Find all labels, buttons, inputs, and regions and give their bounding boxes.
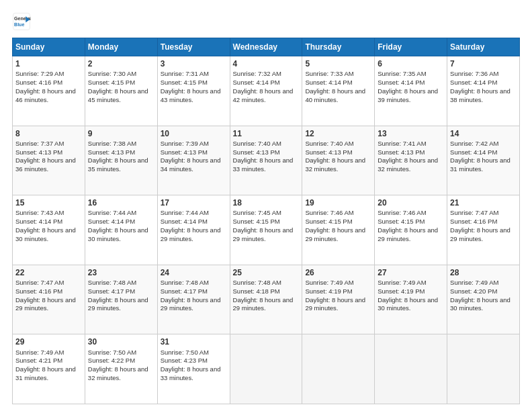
daylight-text: Daylight: 8 hours and 33 minutes. bbox=[161, 365, 221, 381]
sunset-text: Sunset: 4:13 PM bbox=[233, 148, 280, 156]
daylight-text: Daylight: 8 hours and 29 minutes. bbox=[233, 226, 294, 242]
sunrise-text: Sunrise: 7:50 AM bbox=[161, 349, 209, 356]
sunset-text: Sunset: 4:16 PM bbox=[15, 79, 62, 86]
day-header-thursday: Thursday bbox=[302, 38, 375, 56]
sunset-text: Sunset: 4:17 PM bbox=[161, 287, 208, 295]
svg-rect-0 bbox=[13, 13, 30, 30]
sunrise-text: Sunrise: 7:49 AM bbox=[305, 279, 353, 286]
sunrise-text: Sunrise: 7:35 AM bbox=[378, 70, 426, 77]
calendar-cell: 11Sunrise: 7:40 AMSunset: 4:13 PMDayligh… bbox=[230, 126, 302, 195]
calendar-cell: 28Sunrise: 7:49 AMSunset: 4:20 PMDayligh… bbox=[447, 265, 520, 334]
calendar-cell: 22Sunrise: 7:47 AMSunset: 4:16 PMDayligh… bbox=[13, 265, 85, 334]
calendar-cell bbox=[375, 334, 447, 404]
sunrise-text: Sunrise: 7:44 AM bbox=[88, 209, 136, 216]
calendar-cell: 19Sunrise: 7:46 AMSunset: 4:15 PMDayligh… bbox=[302, 195, 375, 265]
sunset-text: Sunset: 4:18 PM bbox=[233, 287, 280, 295]
daylight-text: Daylight: 8 hours and 29 minutes. bbox=[161, 296, 221, 312]
daylight-text: Daylight: 8 hours and 35 minutes. bbox=[88, 156, 148, 173]
week-row-4: 22Sunrise: 7:47 AMSunset: 4:16 PMDayligh… bbox=[13, 265, 520, 334]
day-number: 2 bbox=[88, 58, 154, 69]
sunset-text: Sunset: 4:19 PM bbox=[305, 287, 352, 295]
sunrise-text: Sunrise: 7:49 AM bbox=[15, 349, 64, 356]
day-number: 20 bbox=[378, 197, 444, 208]
sunrise-text: Sunrise: 7:47 AM bbox=[450, 209, 498, 216]
day-number: 12 bbox=[305, 128, 371, 139]
daylight-text: Daylight: 8 hours and 30 minutes. bbox=[88, 226, 148, 242]
calendar-cell: 21Sunrise: 7:47 AMSunset: 4:16 PMDayligh… bbox=[447, 195, 520, 265]
calendar-cell: 24Sunrise: 7:48 AMSunset: 4:17 PMDayligh… bbox=[157, 265, 230, 334]
day-header-wednesday: Wednesday bbox=[230, 38, 302, 56]
day-number: 6 bbox=[378, 58, 444, 69]
sunrise-text: Sunrise: 7:31 AM bbox=[161, 70, 209, 77]
day-number: 30 bbox=[88, 336, 154, 347]
daylight-text: Daylight: 8 hours and 31 minutes. bbox=[450, 156, 511, 173]
calendar-cell: 7Sunrise: 7:36 AMSunset: 4:14 PMDaylight… bbox=[447, 56, 520, 126]
daylight-text: Daylight: 8 hours and 30 minutes. bbox=[450, 296, 511, 312]
day-number: 11 bbox=[233, 128, 300, 139]
sunset-text: Sunset: 4:23 PM bbox=[161, 357, 208, 364]
sunset-text: Sunset: 4:14 PM bbox=[88, 218, 135, 225]
sunrise-text: Sunrise: 7:45 AM bbox=[233, 209, 281, 216]
daylight-text: Daylight: 8 hours and 29 minutes. bbox=[450, 226, 511, 242]
sunset-text: Sunset: 4:13 PM bbox=[15, 148, 62, 156]
calendar-cell bbox=[447, 334, 520, 404]
sunrise-text: Sunrise: 7:42 AM bbox=[450, 140, 498, 147]
calendar-cell: 20Sunrise: 7:46 AMSunset: 4:15 PMDayligh… bbox=[375, 195, 447, 265]
sunrise-text: Sunrise: 7:49 AM bbox=[450, 279, 498, 286]
sunrise-text: Sunrise: 7:38 AM bbox=[88, 140, 136, 147]
header-row: SundayMondayTuesdayWednesdayThursdayFrid… bbox=[13, 38, 520, 56]
daylight-text: Daylight: 8 hours and 43 minutes. bbox=[161, 87, 221, 103]
daylight-text: Daylight: 8 hours and 45 minutes. bbox=[88, 87, 148, 103]
calendar-cell: 25Sunrise: 7:48 AMSunset: 4:18 PMDayligh… bbox=[230, 265, 302, 334]
sunrise-text: Sunrise: 7:43 AM bbox=[15, 209, 64, 216]
sunrise-text: Sunrise: 7:49 AM bbox=[378, 279, 426, 286]
day-number: 1 bbox=[15, 58, 82, 69]
calendar-cell: 30Sunrise: 7:50 AMSunset: 4:22 PMDayligh… bbox=[85, 334, 157, 404]
day-number: 25 bbox=[233, 267, 300, 278]
day-number: 23 bbox=[88, 267, 154, 278]
day-header-monday: Monday bbox=[85, 38, 157, 56]
daylight-text: Daylight: 8 hours and 32 minutes. bbox=[378, 156, 438, 173]
svg-text:Blue: Blue bbox=[14, 22, 24, 27]
sunset-text: Sunset: 4:14 PM bbox=[15, 218, 62, 225]
calendar-cell: 4Sunrise: 7:32 AMSunset: 4:14 PMDaylight… bbox=[230, 56, 302, 126]
sunrise-text: Sunrise: 7:39 AM bbox=[161, 140, 209, 147]
daylight-text: Daylight: 8 hours and 32 minutes. bbox=[88, 365, 148, 381]
calendar-cell: 3Sunrise: 7:31 AMSunset: 4:15 PMDaylight… bbox=[157, 56, 230, 126]
sunset-text: Sunset: 4:15 PM bbox=[305, 218, 352, 225]
sunset-text: Sunset: 4:14 PM bbox=[161, 218, 208, 225]
calendar-cell: 27Sunrise: 7:49 AMSunset: 4:19 PMDayligh… bbox=[375, 265, 447, 334]
sunset-text: Sunset: 4:17 PM bbox=[88, 287, 135, 295]
daylight-text: Daylight: 8 hours and 29 minutes. bbox=[378, 226, 438, 242]
calendar-cell: 6Sunrise: 7:35 AMSunset: 4:14 PMDaylight… bbox=[375, 56, 447, 126]
daylight-text: Daylight: 8 hours and 31 minutes. bbox=[15, 365, 76, 381]
calendar-cell bbox=[230, 334, 302, 404]
calendar-cell: 16Sunrise: 7:44 AMSunset: 4:14 PMDayligh… bbox=[85, 195, 157, 265]
calendar-cell bbox=[302, 334, 375, 404]
sunset-text: Sunset: 4:16 PM bbox=[15, 287, 62, 295]
day-number: 18 bbox=[233, 197, 300, 208]
calendar-cell: 31Sunrise: 7:50 AMSunset: 4:23 PMDayligh… bbox=[157, 334, 230, 404]
day-number: 15 bbox=[15, 197, 82, 208]
logo-icon: General Blue bbox=[12, 12, 31, 31]
calendar-table: SundayMondayTuesdayWednesdayThursdayFrid… bbox=[12, 38, 520, 404]
sunrise-text: Sunrise: 7:48 AM bbox=[161, 279, 209, 286]
sunset-text: Sunset: 4:15 PM bbox=[161, 79, 208, 86]
sunset-text: Sunset: 4:13 PM bbox=[88, 148, 135, 156]
sunrise-text: Sunrise: 7:36 AM bbox=[450, 70, 498, 77]
calendar-cell: 17Sunrise: 7:44 AMSunset: 4:14 PMDayligh… bbox=[157, 195, 230, 265]
daylight-text: Daylight: 8 hours and 39 minutes. bbox=[378, 87, 438, 103]
calendar-cell: 12Sunrise: 7:40 AMSunset: 4:13 PMDayligh… bbox=[302, 126, 375, 195]
sunset-text: Sunset: 4:21 PM bbox=[15, 357, 62, 364]
sunset-text: Sunset: 4:13 PM bbox=[305, 148, 352, 156]
sunset-text: Sunset: 4:13 PM bbox=[378, 148, 425, 156]
calendar-cell: 2Sunrise: 7:30 AMSunset: 4:15 PMDaylight… bbox=[85, 56, 157, 126]
sunset-text: Sunset: 4:20 PM bbox=[450, 287, 497, 295]
sunrise-text: Sunrise: 7:48 AM bbox=[88, 279, 136, 286]
day-number: 8 bbox=[15, 128, 82, 139]
daylight-text: Daylight: 8 hours and 32 minutes. bbox=[305, 156, 365, 173]
sunset-text: Sunset: 4:19 PM bbox=[378, 287, 425, 295]
calendar-cell: 26Sunrise: 7:49 AMSunset: 4:19 PMDayligh… bbox=[302, 265, 375, 334]
logo: General Blue bbox=[12, 12, 31, 31]
day-number: 13 bbox=[378, 128, 444, 139]
